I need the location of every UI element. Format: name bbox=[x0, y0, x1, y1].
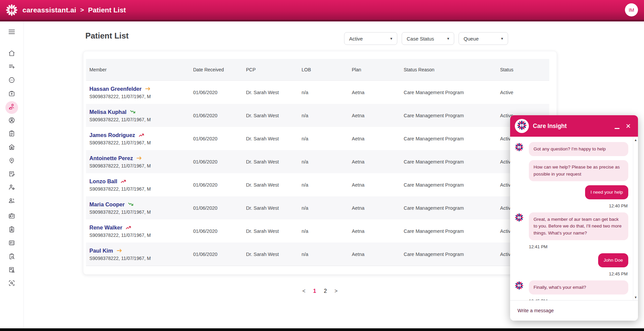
column-header-status-reason: Status Reason bbox=[404, 67, 500, 72]
badge-person-icon bbox=[8, 226, 15, 235]
sidebar-item-menu[interactable] bbox=[8, 29, 16, 36]
chat-message-input[interactable] bbox=[517, 308, 619, 314]
pcp-cell: Dr. Sarah West bbox=[246, 228, 302, 234]
clipboard-search-icon bbox=[8, 253, 15, 261]
user-avatar[interactable]: IM bbox=[625, 3, 638, 16]
member-details: S9098378222, 11/07/1967, M bbox=[89, 233, 190, 238]
message-timestamp: 12:45 PM bbox=[514, 271, 628, 276]
table-row[interactable]: Antoinette Perez S9098378222, 11/07/1967… bbox=[86, 150, 549, 173]
status-reason-cell: Care Management Program bbox=[404, 252, 500, 257]
member-link[interactable]: Lonzo Ball bbox=[89, 178, 117, 185]
sidebar-item-badge[interactable] bbox=[8, 226, 15, 234]
close-button[interactable]: ✕ bbox=[624, 122, 633, 130]
minimize-icon bbox=[615, 128, 620, 129]
bot-message: Got any question? I'm happy to help bbox=[514, 142, 628, 156]
member-link[interactable]: Paul Kim bbox=[89, 248, 113, 254]
people-icon bbox=[8, 197, 15, 206]
message-timestamp: 12:40 PM bbox=[514, 203, 628, 208]
pagination: <12> bbox=[83, 287, 557, 295]
next-page-button[interactable]: > bbox=[332, 287, 340, 295]
sidebar-item-scan[interactable] bbox=[8, 280, 15, 287]
sidebar-item-locations[interactable] bbox=[8, 157, 15, 165]
sidebar-item-patients[interactable] bbox=[5, 101, 18, 114]
chat-scrollbar[interactable]: ▴ ▾ bbox=[633, 137, 638, 301]
page-button-2[interactable]: 2 bbox=[321, 287, 329, 295]
plan-cell: Aetna bbox=[352, 113, 404, 118]
member-details: S9098378222, 11/07/1967, M bbox=[89, 256, 190, 261]
member-details: S9098378222, 11/07/1967, M bbox=[89, 186, 190, 192]
sidebar-item-home[interactable] bbox=[8, 50, 15, 58]
member-link[interactable]: Rene Walker bbox=[89, 224, 122, 231]
person-gear-icon bbox=[8, 184, 15, 192]
filter-dropdown-active[interactable]: Active▾ bbox=[344, 32, 397, 45]
member-link[interactable]: Antoinette Perez bbox=[89, 155, 133, 161]
status-reason-cell: Care Management Program bbox=[404, 205, 500, 211]
sidebar-item-playlist-add[interactable] bbox=[8, 64, 15, 71]
sidebar-item-user-settings[interactable] bbox=[8, 184, 15, 192]
brand-name[interactable]: careassistant.ai bbox=[22, 6, 76, 14]
breadcrumb-separator: > bbox=[80, 6, 84, 14]
date-received-cell: 01/06/2020 bbox=[193, 136, 246, 141]
sidebar-item-profile[interactable] bbox=[8, 117, 15, 125]
sidebar-item-more[interactable] bbox=[8, 77, 15, 84]
sidebar-item-member-docs[interactable] bbox=[8, 267, 15, 274]
patient-list-card: MemberDate ReceivedPCPLOBPlanStatus Reas… bbox=[83, 51, 557, 275]
member-link[interactable]: James Rodriguez bbox=[89, 132, 135, 138]
sidebar-item-id-card[interactable] bbox=[8, 213, 15, 220]
status-reason-cell: Care Management Program bbox=[404, 136, 500, 141]
breadcrumb-page: Patient List bbox=[88, 6, 126, 14]
scroll-down-icon[interactable]: ▾ bbox=[635, 294, 637, 301]
table-row[interactable]: Hassan Greenfelder S9098378222, 11/07/19… bbox=[86, 81, 549, 104]
sidebar-item-alerts[interactable] bbox=[8, 240, 15, 247]
member-cell: Rene Walker S9098378222, 11/07/1967, M bbox=[86, 224, 193, 238]
scroll-up-icon[interactable]: ▴ bbox=[635, 137, 637, 143]
sidebar-item-home-care[interactable] bbox=[8, 144, 15, 151]
filter-dropdown-case-status[interactable]: Case Status▾ bbox=[402, 32, 454, 45]
home-icon bbox=[8, 50, 15, 58]
sidebar-item-records-search[interactable] bbox=[8, 253, 15, 261]
table-row[interactable]: Melisa Kuphal S9098378222, 11/07/1967, M… bbox=[86, 104, 549, 127]
date-received-cell: 01/06/2020 bbox=[193, 113, 246, 118]
bot-bubble: Finally, what's your email? bbox=[529, 280, 628, 294]
status-reason-cell: Care Management Program bbox=[404, 228, 500, 234]
bot-avatar-logo-icon bbox=[514, 212, 524, 222]
member-link[interactable]: Melisa Kuphal bbox=[89, 109, 127, 115]
member-link[interactable]: Hassan Greenfelder bbox=[89, 86, 142, 92]
trend-right-icon bbox=[116, 248, 123, 253]
table-row[interactable]: Maria Cooper S9098378222, 11/07/1967, M … bbox=[86, 196, 549, 219]
sidebar-item-clipboard[interactable] bbox=[8, 131, 15, 138]
page-button-1[interactable]: 1 bbox=[311, 287, 319, 295]
sidebar-item-notes[interactable] bbox=[8, 171, 15, 178]
column-header-pcp: PCP bbox=[246, 67, 302, 72]
member-link[interactable]: Maria Cooper bbox=[89, 201, 125, 208]
chat-messages: Got any question? I'm happy to help How … bbox=[510, 137, 633, 301]
plan-cell: Aetna bbox=[352, 228, 404, 234]
chat-header: Care Insight ✕ bbox=[510, 115, 638, 137]
filter-dropdown-queue[interactable]: Queue▾ bbox=[459, 32, 508, 45]
sidebar-item-teams[interactable] bbox=[8, 198, 15, 205]
date-received-cell: 01/06/2020 bbox=[193, 159, 246, 164]
trend-right-icon bbox=[136, 156, 142, 160]
pcp-cell: Dr. Sarah West bbox=[246, 90, 302, 95]
member-cell: Hassan Greenfelder S9098378222, 11/07/19… bbox=[86, 86, 193, 99]
previous-page-button[interactable]: < bbox=[300, 287, 308, 295]
bottom-bar bbox=[0, 328, 644, 331]
table-row[interactable]: James Rodriguez S9098378222, 11/07/1967,… bbox=[86, 127, 549, 150]
trend-up-icon bbox=[126, 225, 131, 230]
pcp-cell: Dr. Sarah West bbox=[246, 205, 302, 211]
table-row[interactable]: Lonzo Ball S9098378222, 11/07/1967, M 01… bbox=[86, 173, 549, 196]
member-cell: Maria Cooper S9098378222, 11/07/1967, M bbox=[86, 201, 193, 215]
caret-down-icon: ▾ bbox=[447, 36, 449, 41]
table-row[interactable]: Paul Kim S9098378222, 11/07/1967, M 01/0… bbox=[86, 243, 549, 266]
sidebar-item-medical-bag[interactable] bbox=[8, 90, 15, 98]
user-message: John Doe bbox=[514, 253, 628, 267]
bot-bubble: Got any question? I'm happy to help bbox=[529, 142, 628, 156]
id-card-icon bbox=[8, 212, 15, 221]
minimize-button[interactable] bbox=[613, 122, 621, 130]
member-details: S9098378222, 11/07/1967, M bbox=[89, 140, 190, 145]
trend-down-icon bbox=[128, 202, 134, 207]
sidebar bbox=[0, 21, 24, 328]
column-header-lob: LOB bbox=[302, 67, 352, 72]
member-cell: James Rodriguez S9098378222, 11/07/1967,… bbox=[86, 132, 193, 145]
table-row[interactable]: Rene Walker S9098378222, 11/07/1967, M 0… bbox=[86, 219, 549, 243]
